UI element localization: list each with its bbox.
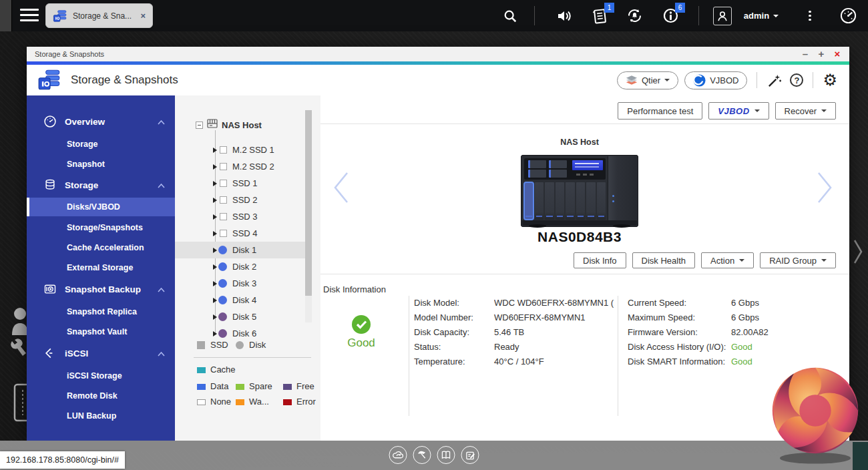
data-disk-marker: [218, 262, 227, 271]
expand-arrow-icon[interactable]: [213, 198, 217, 203]
recover-dropdown-button[interactable]: Recover: [775, 102, 836, 120]
tree-node-disk2[interactable]: Disk 2: [175, 258, 305, 275]
disk-health-button[interactable]: Disk Health: [632, 252, 695, 268]
expand-arrow-icon[interactable]: [213, 314, 217, 320]
vjbod-header-button[interactable]: VJBOD: [684, 71, 747, 89]
tree-scrollbar[interactable]: [305, 110, 312, 322]
search-icon[interactable]: [499, 0, 521, 31]
error-color-swatch: [283, 399, 292, 405]
tree-scrollbar-thumb[interactable]: [305, 110, 312, 296]
expand-arrow-icon[interactable]: [213, 181, 217, 186]
tree-node-m2ssd1[interactable]: M.2 SSD 1: [175, 142, 305, 158]
window-maximize-icon[interactable]: +: [813, 47, 829, 61]
tree-node-disk5[interactable]: Disk 5: [175, 308, 305, 325]
tab-close-icon[interactable]: ×: [140, 11, 146, 21]
sidebar-group-storage[interactable]: Storage: [27, 176, 175, 194]
qtier-label: Qtier: [642, 75, 660, 85]
tree-root-nas-host[interactable]: NAS Host: [175, 117, 320, 133]
expand-arrow-icon[interactable]: [213, 331, 217, 336]
app-title: Storage & Snapshots: [71, 73, 178, 87]
expand-arrow-icon[interactable]: [213, 264, 217, 270]
sidebar-group-overview[interactable]: Overview: [27, 112, 175, 131]
expand-arrow-icon[interactable]: [213, 214, 217, 220]
sidebar-item-disks-vjbod[interactable]: Disks/VJBOD: [27, 198, 175, 216]
carousel-host-label: NAS Host: [560, 138, 599, 147]
open-book-icon[interactable]: [437, 446, 455, 464]
expand-arrow-icon[interactable]: [213, 231, 217, 236]
volume-icon[interactable]: [553, 0, 577, 31]
nas-host-icon: [207, 119, 218, 131]
expand-arrow-icon[interactable]: [213, 164, 217, 170]
tree-node-disk1[interactable]: Disk 1: [175, 242, 305, 258]
sidebar-item-storage-snapshots[interactable]: Storage/Snapshots: [27, 218, 175, 237]
free-color-swatch: [283, 384, 292, 390]
warning-color-swatch: [236, 399, 244, 405]
window-minimize-icon[interactable]: –: [797, 47, 813, 61]
hammer-tools-icon[interactable]: [413, 446, 431, 464]
desktop-icon-partial-figure: [8, 307, 28, 337]
nas-lcd-display: [572, 160, 603, 170]
sidebar-item-snapshot-replica[interactable]: Snapshot Replica: [27, 302, 175, 321]
qtier-button[interactable]: Qtier: [617, 71, 678, 89]
action-dropdown-button[interactable]: Action: [701, 252, 754, 268]
sidebar-item-cache-acceleration[interactable]: Cache Acceleration: [27, 238, 175, 257]
raid-group-dropdown-button[interactable]: RAID Group: [760, 252, 836, 268]
background-tasks-icon[interactable]: [622, 0, 646, 31]
user-avatar[interactable]: [710, 0, 734, 31]
tree-node-ssd3[interactable]: SSD 3: [175, 208, 305, 225]
help-icon[interactable]: [790, 73, 803, 87]
wizard-wand-icon[interactable]: [767, 73, 782, 88]
expand-arrow-icon[interactable]: [213, 248, 217, 253]
header-divider: [756, 72, 757, 88]
username-label: admin: [744, 11, 769, 21]
sidebar-item-external-storage[interactable]: External Storage: [27, 258, 175, 277]
tree-node-disk3[interactable]: Disk 3: [175, 275, 305, 292]
cloud-sync-icon[interactable]: [389, 446, 407, 464]
sidebar-group-iscsi[interactable]: iSCSI: [27, 344, 175, 363]
sidebar-item-lun-backup[interactable]: LUN Backup: [27, 407, 175, 425]
carousel-next-arrow-icon[interactable]: [816, 170, 835, 205]
kitguru-logo-watermark: [769, 366, 862, 465]
topbar-divider: [698, 6, 699, 25]
edit-note-icon[interactable]: [461, 446, 479, 464]
app-tab-storage-snapshots[interactable]: Storage & Sna... ×: [45, 3, 153, 28]
resource-monitor-gauge-icon[interactable]: [835, 0, 861, 31]
desktop-panel-expander-chevron-icon[interactable]: [852, 238, 864, 266]
sidebar-item-iscsi-storage[interactable]: iSCSI Storage: [27, 367, 175, 385]
nas-base: [522, 220, 637, 226]
window-close-icon[interactable]: ×: [829, 47, 845, 61]
desktop-taskbar: [0, 441, 868, 470]
disk-info-button[interactable]: Disk Info: [574, 252, 626, 268]
more-options-icon[interactable]: [800, 0, 820, 31]
collapse-expander-icon[interactable]: [196, 122, 203, 129]
toolbar-divider: [320, 124, 849, 124]
vjbod-dropdown-button[interactable]: VJBOD: [708, 102, 769, 120]
nas-device-image[interactable]: [521, 155, 638, 227]
user-menu[interactable]: admin: [740, 0, 783, 31]
field-label: Status:: [414, 342, 441, 352]
main-menu-icon[interactable]: [20, 9, 39, 23]
field-value: Ready: [494, 342, 519, 352]
sidebar-item-remote-disk[interactable]: Remote Disk: [27, 387, 175, 405]
performance-test-button[interactable]: Performance test: [618, 102, 702, 120]
window-titlebar[interactable]: Storage & Snapshots – + ×: [27, 47, 849, 61]
tree-node-disk4[interactable]: Disk 4: [175, 292, 305, 308]
storage-app-icon: [53, 9, 67, 23]
tree-node-ssd1[interactable]: SSD 1: [175, 175, 305, 192]
sidebar-item-storage-overview[interactable]: Storage: [27, 135, 175, 154]
tree-node-ssd2[interactable]: SSD 2: [175, 192, 305, 208]
sidebar-item-snapshot-overview[interactable]: Snapshot: [27, 155, 175, 174]
settings-gear-icon[interactable]: [823, 72, 837, 88]
field-label: Firmware Version:: [628, 327, 698, 337]
field-label: Disk SMART Information:: [628, 357, 725, 367]
expand-arrow-icon[interactable]: [213, 148, 217, 153]
disk-section-divider: [320, 274, 849, 274]
tree-node-m2ssd2[interactable]: M.2 SSD 2: [175, 158, 305, 175]
sidebar-item-snapshot-vault[interactable]: Snapshot Vault: [27, 322, 175, 341]
expand-arrow-icon[interactable]: [213, 298, 217, 303]
sidebar-group-snapshot-backup[interactable]: Snapshot Backup: [27, 280, 175, 298]
tree-node-ssd4[interactable]: SSD 4: [175, 225, 305, 242]
expand-arrow-icon[interactable]: [213, 281, 217, 286]
data-disk-marker: [218, 296, 227, 304]
carousel-prev-arrow-icon[interactable]: [331, 170, 350, 205]
